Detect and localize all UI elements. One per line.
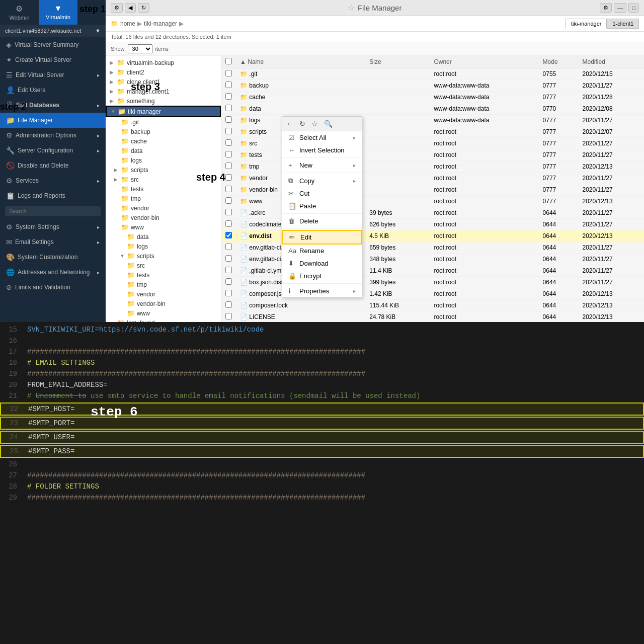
- table-row[interactable]: 📁 backup www-data:www-data07772020/11/27: [221, 80, 644, 92]
- tree-item-www[interactable]: 📁 www: [106, 222, 221, 232]
- col-mode[interactable]: Mode: [539, 56, 579, 68]
- tree-item-something[interactable]: ▶ 📁 something: [106, 96, 221, 106]
- tree-item-clone-client1[interactable]: ▶ 📁 clone.client1: [106, 77, 221, 87]
- breadcrumb-home[interactable]: home: [120, 20, 135, 27]
- row-checkbox[interactable]: [225, 116, 232, 123]
- sidebar-item-edit-users[interactable]: 👤 Edit Users: [0, 83, 106, 98]
- fm-max-btn[interactable]: □: [628, 3, 639, 13]
- col-modified[interactable]: Modified: [579, 56, 645, 68]
- table-row[interactable]: 📄 composer.lock 115.44 KiBroot:root06442…: [221, 300, 644, 311]
- ctx-download[interactable]: ⬇ Download: [282, 257, 362, 270]
- row-checkbox[interactable]: [225, 197, 232, 204]
- fm-filter-right-btn[interactable]: ⚙: [600, 3, 612, 13]
- tree-item-cache[interactable]: 📁 cache: [106, 136, 221, 146]
- ctx-delete[interactable]: 🗑 Delete: [282, 215, 362, 227]
- fm-tab-1client[interactable]: 1-client1: [607, 19, 639, 29]
- ctx-invert-selection[interactable]: ↔ Invert Selection: [282, 144, 362, 156]
- ctx-encrypt[interactable]: 🔒 Encrypt: [282, 270, 362, 282]
- ctx-back-btn[interactable]: ←: [285, 119, 294, 129]
- table-row[interactable]: 📄 LICENSE 24.78 KiBroot:root06442020/12/…: [221, 311, 644, 323]
- row-checkbox[interactable]: [225, 93, 232, 100]
- sidebar-item-email-settings[interactable]: ✉ Email Settings ▸: [0, 234, 106, 250]
- sidebar-item-server-config[interactable]: 🔧 Server Configuration ▸: [0, 143, 106, 158]
- sidebar-item-admin-options[interactable]: ⚙ Administration Options ▸: [0, 128, 106, 143]
- tree-item-tiki-manager[interactable]: ▼ 📁 tiki-manager: [106, 106, 221, 117]
- row-checkbox[interactable]: [225, 82, 232, 88]
- fm-prev-btn[interactable]: ◀: [125, 3, 136, 13]
- fm-tab-tiki-manager[interactable]: tiki-manager: [566, 19, 607, 29]
- tree-item-backup[interactable]: 📁 backup: [106, 127, 221, 136]
- fm-min-btn[interactable]: —: [614, 3, 626, 13]
- ctx-cut[interactable]: ✂ Cut: [282, 187, 362, 200]
- breadcrumb-tiki-manager[interactable]: tiki-manager: [144, 20, 177, 27]
- table-row[interactable]: 📁 cache www-data:www-data07772020/11/28: [221, 92, 644, 103]
- ctx-star-btn[interactable]: ☆: [310, 119, 319, 129]
- ctx-copy[interactable]: ⧉ Copy ▸: [282, 174, 362, 187]
- tree-item-www2[interactable]: 📁 www: [106, 308, 221, 318]
- sidebar-item-addresses[interactable]: 🌐 Addresses and Networking ▸: [0, 265, 106, 280]
- sidebar-item-server-summary[interactable]: ◈ Virtual Server Summary: [0, 37, 106, 52]
- row-checkbox[interactable]: [225, 313, 232, 319]
- row-checkbox[interactable]: [225, 209, 232, 215]
- webmin-tab[interactable]: ⚙ Webmin: [0, 0, 39, 25]
- row-checkbox[interactable]: [225, 151, 232, 157]
- tree-item-client2[interactable]: ▶ 📁 client2: [106, 67, 221, 77]
- sidebar-item-services[interactable]: ⚙ Services ▸: [0, 173, 106, 188]
- ctx-refresh-btn[interactable]: ↻: [298, 119, 306, 129]
- col-owner[interactable]: Owner: [430, 56, 538, 68]
- tree-item-git[interactable]: 📁 .git: [106, 117, 221, 127]
- row-checkbox[interactable]: [225, 232, 232, 238]
- tree-item-tests[interactable]: 📁 tests: [106, 184, 221, 194]
- row-checkbox[interactable]: [225, 244, 232, 250]
- col-name[interactable]: ▲ Name: [236, 56, 365, 68]
- sidebar-item-system-customization[interactable]: 🎨 System Customization: [0, 250, 106, 265]
- row-checkbox[interactable]: [225, 70, 232, 76]
- sidebar-item-limits[interactable]: ⊘ Limits and Validation: [0, 280, 106, 295]
- row-checkbox[interactable]: [225, 267, 232, 273]
- sidebar-item-edit-virtual[interactable]: ☰ Edit Virtual Server ▸: [0, 67, 106, 83]
- tree-item-vendor2[interactable]: 📁 vendor: [106, 289, 221, 299]
- sidebar-item-create-virtual[interactable]: ✦ Create Virtual Server: [0, 52, 106, 67]
- sidebar-item-system-settings[interactable]: ⚙ System Settings ▸: [0, 219, 106, 234]
- fm-refresh-btn[interactable]: ↻: [138, 3, 149, 13]
- col-checkbox[interactable]: [221, 56, 236, 68]
- fm-filter-btn[interactable]: ⚙: [111, 3, 123, 13]
- domain-selector[interactable]: client1.vmi458927.wikisuite.net ▼: [0, 25, 106, 37]
- tree-item-vendor[interactable]: 📁 vendor: [106, 203, 221, 213]
- row-checkbox[interactable]: [225, 186, 232, 192]
- tree-item-tmp2[interactable]: 📁 tmp: [106, 280, 221, 289]
- sidebar-item-file-manager[interactable]: 📁 File Manager step 2: [0, 113, 106, 128]
- tree-item-logs2[interactable]: 📁 logs: [106, 242, 221, 251]
- ctx-paste[interactable]: 📋 Paste: [282, 200, 362, 212]
- sidebar-item-logs[interactable]: 📋 Logs and Reports: [0, 188, 106, 203]
- tree-item-vendor-bin[interactable]: 📁 vendor-bin: [106, 213, 221, 222]
- tree-item-vendor-bin2[interactable]: 📁 vendor-bin: [106, 299, 221, 308]
- tree-item-logs[interactable]: 📁 logs: [106, 155, 221, 165]
- tree-item-src2[interactable]: 📁 src: [106, 261, 221, 270]
- row-checkbox[interactable]: [225, 301, 232, 308]
- row-checkbox[interactable]: [225, 220, 232, 227]
- ctx-properties[interactable]: ℹ Properties ▸: [282, 285, 362, 297]
- ctx-select-all[interactable]: ☑ Select All ▸: [282, 131, 362, 144]
- row-checkbox[interactable]: [225, 163, 232, 169]
- search-input[interactable]: [5, 206, 101, 216]
- row-checkbox[interactable]: [225, 174, 232, 181]
- tree-item-manager-client1[interactable]: ▶ 📁 manager.client1: [106, 87, 221, 96]
- tree-item-data2[interactable]: 📁 data: [106, 232, 221, 242]
- table-row[interactable]: 📁 .git root:root07552020/12/15: [221, 68, 644, 80]
- tree-item-tmp[interactable]: 📁 tmp: [106, 194, 221, 203]
- table-row[interactable]: 📁 data www-data:www-data07702020/12/08: [221, 103, 644, 115]
- fm-show-count[interactable]: 30 50 100: [128, 44, 152, 53]
- tree-item-scripts2[interactable]: ▼ 📁 scripts: [106, 251, 221, 261]
- row-checkbox[interactable]: [225, 255, 232, 262]
- row-checkbox[interactable]: [225, 105, 232, 111]
- tree-item-lost-found[interactable]: 📁 lost+found: [106, 318, 221, 322]
- row-checkbox[interactable]: [225, 139, 232, 146]
- ctx-search-btn[interactable]: 🔍: [323, 119, 334, 129]
- ctx-rename[interactable]: Aa Rename: [282, 245, 362, 257]
- tree-item-virtualmin-backup[interactable]: ▶ 📁 virtualmin-backup: [106, 58, 221, 67]
- virtualmin-tab[interactable]: ▼ Virtualmin: [39, 0, 77, 25]
- tree-item-tests2[interactable]: 📁 tests: [106, 270, 221, 280]
- ctx-new[interactable]: + New ▸: [282, 159, 362, 172]
- row-checkbox[interactable]: [225, 278, 232, 285]
